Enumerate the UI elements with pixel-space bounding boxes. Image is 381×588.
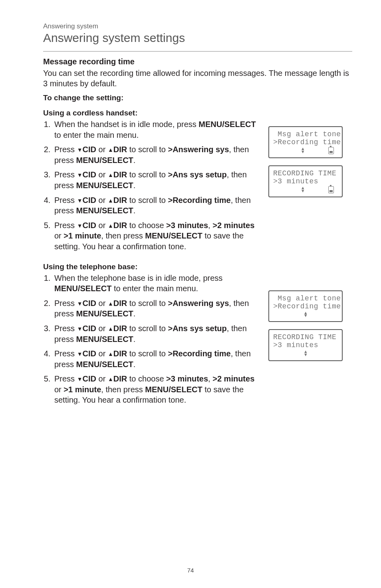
up-triangle-icon xyxy=(108,221,113,230)
handset-step-3: Press CID or DIR to scroll to >Ans sys s… xyxy=(53,169,264,191)
up-triangle-icon xyxy=(108,324,113,333)
updown-arrows-icon xyxy=(303,311,308,319)
handset-step-5: Press CID or DIR to choose >3 minutes, >… xyxy=(53,220,264,252)
heading-rule xyxy=(43,51,352,52)
lcd-line: >Recording time xyxy=(273,138,338,146)
up-triangle-icon xyxy=(108,196,113,205)
handset-step-4: Press CID or DIR to scroll to >Recording… xyxy=(53,195,264,216)
updown-arrows-icon xyxy=(303,350,308,358)
handset-steps: When the handset is in idle mode, press … xyxy=(43,119,264,252)
base-step-1: When the telephone base is in idle mode,… xyxy=(53,273,264,294)
handset-lcd-menu: Msg alert tone >Recording time xyxy=(268,126,343,158)
up-triangle-icon xyxy=(108,170,113,179)
down-triangle-icon xyxy=(77,196,83,205)
lcd-line: Msg alert tone xyxy=(273,130,338,138)
base-lcd-rectime: RECORDING TIME >3 minutes xyxy=(268,329,343,361)
battery-icon xyxy=(328,186,334,193)
page-heading: Answering system settings xyxy=(43,31,352,45)
using-handset-heading: Using a cordless handset: xyxy=(43,109,264,117)
up-triangle-icon xyxy=(108,145,113,154)
page-number: 74 xyxy=(0,567,381,574)
msg-rec-time-body: You can set the recording time allowed f… xyxy=(43,68,352,89)
base-steps: When the telephone base is in idle mode,… xyxy=(43,273,264,406)
base-lcd-menu: Msg alert tone >Recording time xyxy=(268,290,343,322)
updown-arrows-icon xyxy=(300,147,305,155)
handset-step-1: When the handset is in idle mode, press … xyxy=(53,119,264,140)
base-step-2: Press CID or DIR to scroll to >Answering… xyxy=(53,298,264,319)
down-triangle-icon xyxy=(77,324,83,333)
base-step-3: Press CID or DIR to scroll to >Ans sys s… xyxy=(53,323,264,344)
up-triangle-icon xyxy=(108,299,113,308)
section-breadcrumb: Answering system xyxy=(43,22,352,30)
lcd-line: >3 minutes xyxy=(273,177,338,185)
down-triangle-icon xyxy=(77,349,83,358)
up-triangle-icon xyxy=(108,374,113,383)
lcd-line: >3 minutes xyxy=(273,341,338,349)
base-step-4: Press CID or DIR to scroll to >Recording… xyxy=(53,348,264,369)
lcd-line: RECORDING TIME xyxy=(273,333,338,341)
down-triangle-icon xyxy=(77,221,83,230)
to-change-heading: To change the setting: xyxy=(43,93,352,102)
base-step-5: Press CID or DIR to choose >3 minutes, >… xyxy=(53,373,264,405)
msg-rec-time-heading: Message recording time xyxy=(43,57,352,66)
handset-step-2: Press CID or DIR to scroll to >Answering… xyxy=(53,144,264,165)
battery-icon xyxy=(328,147,334,154)
up-triangle-icon xyxy=(108,349,113,358)
down-triangle-icon xyxy=(77,145,83,154)
down-triangle-icon xyxy=(77,374,83,383)
handset-lcd-rectime: RECORDING TIME >3 minutes xyxy=(268,165,343,197)
lcd-line: Msg alert tone xyxy=(273,294,338,302)
down-triangle-icon xyxy=(77,170,83,179)
page: Answering system Answering system settin… xyxy=(0,0,381,588)
down-triangle-icon xyxy=(77,299,83,308)
lcd-line: >Recording time xyxy=(273,302,338,310)
using-base-heading: Using the telephone base: xyxy=(43,262,264,271)
updown-arrows-icon xyxy=(300,186,305,194)
lcd-line: RECORDING TIME xyxy=(273,169,338,177)
